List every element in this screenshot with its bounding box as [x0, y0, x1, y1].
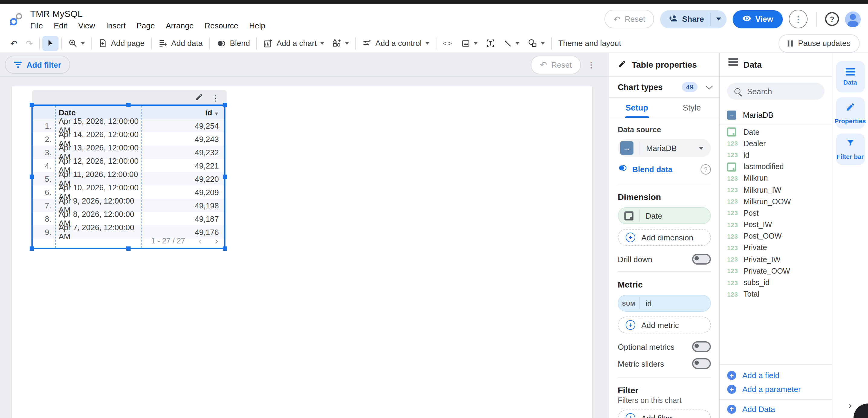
- column-header-date[interactable]: Date: [55, 108, 142, 117]
- add-parameter-button[interactable]: + Add a parameter: [720, 382, 832, 396]
- field-item[interactable]: 123 Post_OOW: [720, 230, 832, 242]
- data-source-select[interactable]: → MariaDB: [618, 139, 711, 157]
- menu-item[interactable]: File: [30, 21, 43, 30]
- data-layers-icon: [728, 58, 738, 60]
- canvas-reset-button[interactable]: ↶ Reset: [531, 55, 581, 74]
- selected-table-chart[interactable]: Date id▼ 1. Apr 15, 2026, 12:00:00 AM 49…: [31, 104, 225, 249]
- undo-button[interactable]: ↶: [6, 36, 22, 51]
- field-item[interactable]: 123 Date: [720, 126, 832, 138]
- help-icon[interactable]: ?: [701, 164, 711, 174]
- number-field-icon: 123: [727, 245, 738, 251]
- embed-code-button[interactable]: <>: [438, 36, 457, 51]
- add-page-button[interactable]: Add page: [95, 36, 149, 51]
- more-options-button[interactable]: ⋮: [789, 10, 808, 28]
- menu-item[interactable]: Arrange: [166, 21, 194, 30]
- data-layers-icon: [845, 68, 855, 69]
- reset-button[interactable]: ↶ Reset: [604, 10, 654, 28]
- rail-data-button[interactable]: Data: [836, 61, 865, 92]
- resize-handle[interactable]: [30, 247, 34, 251]
- menu-item[interactable]: Insert: [106, 21, 126, 30]
- tab-setup[interactable]: Setup: [609, 98, 664, 118]
- field-item[interactable]: 123 Total: [720, 288, 832, 300]
- chart-more-options-icon[interactable]: ⋮: [212, 93, 219, 102]
- resize-handle[interactable]: [126, 103, 130, 107]
- field-item[interactable]: 123 subs_id: [720, 277, 832, 288]
- field-item[interactable]: 123 Private_OOW: [720, 265, 832, 277]
- resize-handle[interactable]: [126, 247, 130, 251]
- add-chart-filter-button[interactable]: + Add filter: [618, 410, 711, 418]
- add-image-button[interactable]: [457, 36, 482, 51]
- looker-studio-logo: [7, 4, 25, 34]
- drill-down-toggle[interactable]: [692, 254, 711, 264]
- view-button[interactable]: View: [732, 10, 783, 28]
- blend-button[interactable]: Blend: [212, 36, 254, 51]
- aggregation-label[interactable]: SUM: [622, 300, 635, 307]
- field-item[interactable]: 123 Post_IW: [720, 219, 832, 230]
- menu-item[interactable]: Help: [249, 21, 266, 30]
- resize-handle[interactable]: [30, 103, 34, 107]
- collapse-panel-icon[interactable]: ›: [849, 400, 852, 411]
- field-item[interactable]: 123 Private_IW: [720, 254, 832, 265]
- blend-data-button[interactable]: Blend data: [632, 165, 696, 174]
- menu-item[interactable]: Edit: [54, 21, 67, 30]
- add-shape-button[interactable]: [523, 36, 549, 51]
- add-field-button[interactable]: + Add a field: [720, 368, 832, 382]
- rail-properties-button[interactable]: Properties: [836, 97, 865, 129]
- chevron-down-icon[interactable]: [706, 83, 713, 90]
- report-page[interactable]: ⋮ Date: [12, 86, 592, 418]
- add-control-button[interactable]: Add a control: [359, 36, 433, 51]
- canvas-more-options[interactable]: ⋮: [587, 60, 595, 69]
- add-chart-button[interactable]: Add a chart: [259, 36, 328, 51]
- report-title[interactable]: TMR MySQL: [30, 8, 266, 19]
- field-item[interactable]: 123 Private: [720, 242, 832, 254]
- menu-item[interactable]: View: [78, 21, 95, 30]
- community-visualizations-button[interactable]: [328, 36, 353, 51]
- redo-button[interactable]: ↷: [22, 36, 37, 51]
- select-tool-button[interactable]: [42, 36, 59, 51]
- resize-handle[interactable]: [30, 174, 34, 179]
- field-search[interactable]: [727, 83, 825, 100]
- field-item[interactable]: 123 lastmodified: [720, 161, 832, 172]
- optional-metrics-toggle[interactable]: [692, 341, 711, 352]
- data-source-row[interactable]: → MariaDB: [720, 106, 832, 124]
- share-button[interactable]: Share: [660, 10, 726, 28]
- metric-sliders-toggle[interactable]: [692, 358, 711, 369]
- rail-filter-bar-button[interactable]: Filter bar: [836, 133, 865, 165]
- dimension-field-date[interactable]: Date: [618, 207, 711, 224]
- add-dimension-button[interactable]: + Add dimension: [618, 229, 711, 246]
- field-item[interactable]: 123 Dealer: [720, 138, 832, 149]
- field-item[interactable]: 123 Post: [720, 207, 832, 219]
- zoom-tool-button[interactable]: [64, 36, 89, 51]
- field-item[interactable]: 123 Milkrun_IW: [720, 184, 832, 196]
- field-item[interactable]: 123 Milkrun_OOW: [720, 196, 832, 207]
- chart-types-row[interactable]: Chart types 49: [609, 77, 719, 97]
- resize-handle[interactable]: [223, 174, 227, 179]
- resize-handle[interactable]: [223, 247, 227, 251]
- add-data-button-bottom[interactable]: + Add Data: [720, 400, 832, 418]
- tab-style[interactable]: Style: [664, 98, 719, 118]
- field-item[interactable]: 123 Milkrun: [720, 173, 832, 184]
- add-data-button[interactable]: Add data: [154, 36, 207, 51]
- add-line-button[interactable]: [499, 36, 523, 51]
- avatar[interactable]: [845, 11, 861, 27]
- edit-chart-icon[interactable]: [195, 92, 203, 103]
- pencil-icon: [845, 102, 855, 114]
- metric-field-id[interactable]: SUM id: [618, 295, 711, 312]
- plus-circle-icon: +: [626, 413, 635, 418]
- prev-page-icon[interactable]: ‹: [198, 236, 202, 246]
- field-item[interactable]: 123 id: [720, 150, 832, 161]
- add-filter-button[interactable]: Add filter: [5, 56, 70, 74]
- pause-updates-button[interactable]: Pause updates: [779, 34, 860, 52]
- add-metric-button[interactable]: + Add metric: [618, 317, 711, 333]
- next-page-icon[interactable]: ›: [215, 236, 218, 246]
- theme-layout-button[interactable]: Theme and layout: [554, 36, 625, 51]
- help-icon[interactable]: ?: [825, 12, 839, 26]
- resize-handle[interactable]: [223, 103, 227, 107]
- search-input[interactable]: [746, 86, 817, 96]
- menu-item[interactable]: Resource: [205, 21, 238, 30]
- add-text-button[interactable]: [482, 36, 499, 51]
- menu-item[interactable]: Page: [136, 21, 155, 30]
- share-dropdown-arrow[interactable]: [711, 10, 726, 28]
- plus-circle-icon: +: [626, 232, 635, 242]
- column-header-id[interactable]: id▼: [142, 108, 224, 117]
